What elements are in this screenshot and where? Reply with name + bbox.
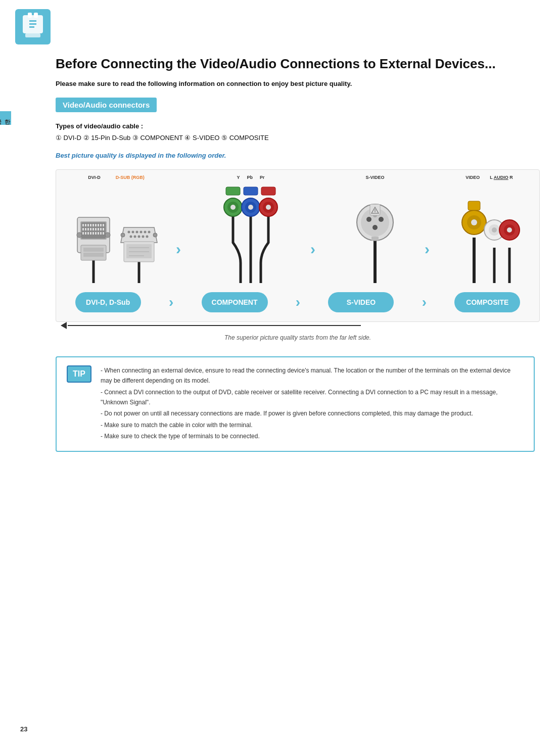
svg-rect-29 [82,232,84,235]
types-title: Types of video/audio cable : [56,122,540,130]
best-quality-label: Best picture quality is displayed in the… [56,152,540,159]
svg-point-98 [507,227,512,233]
label-composite: COMPOSITE [454,292,520,312]
svg-rect-42 [83,253,104,257]
arrow-caption: The superior picture quality starts from… [56,334,540,341]
svg-rect-17 [98,224,99,226]
composite-svg [454,182,525,283]
svg-rect-2 [34,13,38,18]
svg-rect-73 [244,187,258,195]
svg-point-50 [148,230,151,233]
arrow-head [61,322,67,329]
svg-rect-32 [90,232,91,235]
component-svg [203,182,299,283]
svg-rect-3 [29,20,36,22]
svg-rect-6 [25,33,40,37]
main-content: Before Connecting the Video/Audio Connec… [15,56,560,472]
tip-item-5: - Make sure to check the type of termina… [101,431,524,441]
top-label-dvi: DVI-D D-SUB (RGB) [66,175,167,180]
svg-rect-11 [82,224,84,226]
top-label-svideo: S-VIDEO [335,175,415,180]
svg-rect-1 [28,13,32,18]
svg-rect-12 [85,224,86,226]
chevron-3: › [422,294,427,310]
subtitle: Please make sure to read the following i… [56,80,540,87]
svg-rect-34 [95,232,97,235]
label-dvi-dsub: DVI-D, D-Sub [75,292,141,312]
tip-content: - When connecting an external device, en… [101,365,524,443]
d-sub-svg [119,187,159,283]
svg-rect-14 [90,224,91,226]
logo-box [15,9,51,44]
svg-rect-22 [87,228,89,230]
svg-point-71 [266,205,271,210]
svg-point-68 [248,205,253,210]
svg-point-52 [134,235,136,238]
svg-rect-37 [103,232,104,235]
svg-point-57 [153,233,157,237]
svg-marker-44 [121,227,157,243]
top-label-component: YPbPr [200,175,301,180]
svg-point-53 [138,235,141,238]
svg-rect-23 [90,228,91,230]
svg-point-38 [77,233,82,238]
chevron-2: › [296,294,300,310]
svg-point-55 [146,235,149,238]
connector-svideo [335,182,415,283]
svg-rect-72 [226,187,240,195]
chevron-1: › [169,294,173,310]
svg-rect-82 [371,237,379,241]
logo-icon [20,11,45,43]
side-tab-char2: 국 [0,115,3,121]
arrow-3: › [425,241,440,283]
svg-rect-15 [92,224,94,226]
svg-point-48 [140,230,143,233]
svg-rect-24 [92,228,94,230]
types-list: ① DVI-D ② 15-Pin D-Sub ③ COMPONENT ④ S-V… [56,134,540,142]
svg-rect-36 [100,232,102,235]
label-component: COMPONENT [202,292,268,312]
svg-point-91 [471,219,477,225]
arrow-line-wrap [56,322,540,329]
page-title: Before Connecting the Video/Audio Connec… [56,56,540,73]
section-header: Video/Audio connectors [56,98,157,112]
svg-rect-26 [98,228,99,230]
svg-rect-33 [92,232,94,235]
connector-dvi-dsub [66,187,167,283]
svg-point-79 [379,217,384,222]
svg-rect-18 [100,224,102,226]
svg-rect-41 [83,248,104,252]
svg-point-46 [132,230,134,233]
svg-point-39 [105,233,110,238]
side-tab-char1: 한 [4,115,11,121]
svg-rect-5 [29,26,34,28]
arrow-1: › [176,241,191,283]
top-label-composite: VIDEOL AUDIO R [449,175,530,180]
svg-point-95 [492,227,497,233]
connector-composite [449,182,530,283]
side-tab: 한 국 어 [0,111,11,125]
svg-rect-19 [103,224,104,226]
tip-label: TIP [67,365,91,383]
svg-point-54 [142,235,145,238]
dvi-d-svg [73,187,114,283]
connector-component [200,182,301,283]
page-number: 23 [20,725,27,733]
svg-point-49 [144,230,147,233]
svg-rect-4 [29,23,36,25]
svg-rect-13 [87,224,89,226]
svg-rect-31 [87,232,89,235]
svg-point-56 [121,233,125,237]
svg-point-45 [128,230,130,233]
svg-rect-27 [100,228,102,230]
arrow-2: › [310,241,325,283]
tip-label-wrap: TIP [67,365,91,443]
svg-point-80 [372,225,378,230]
svg-rect-35 [98,232,99,235]
svg-point-65 [230,205,236,210]
arrow-line [68,325,361,326]
labels-row: DVI-D, D-Sub › COMPONENT › S-VIDEO › COM… [61,288,534,316]
svg-point-47 [136,230,138,233]
svg-rect-20 [82,228,84,230]
svg-rect-28 [103,228,104,230]
